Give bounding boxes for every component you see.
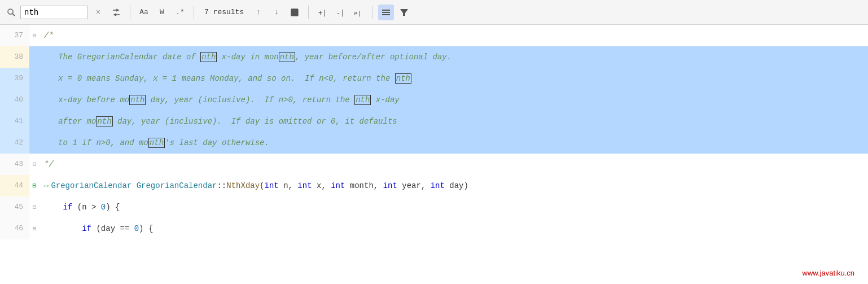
prev-match-button[interactable]: ↑ — [251, 5, 266, 20]
svg-text:⇌|: ⇌| — [354, 10, 361, 17]
line-number-41: 41 — [0, 111, 29, 132]
multi-cursor-button[interactable]: ⇌| — [350, 5, 366, 20]
fold-gutter-38 — [29, 46, 40, 68]
line-40: 40 x-day before month day, year (inclusi… — [0, 89, 868, 111]
match-nth-42: nth — [148, 138, 165, 148]
line-content-43: */ — [40, 154, 868, 175]
line-number-37: 37 — [0, 25, 29, 46]
line-37: 37 ⊟ /* — [0, 25, 868, 46]
line-number-44: 44 — [0, 175, 29, 196]
svg-rect-6 — [382, 10, 390, 11]
match-nth-38b: nth — [279, 52, 295, 62]
line-number-42: 42 — [0, 132, 29, 154]
fold-gutter-43[interactable]: ⊟ — [29, 154, 40, 175]
svg-point-0 — [8, 9, 13, 14]
svg-line-1 — [13, 14, 15, 16]
code-editor[interactable]: 37 ⊟ /* 38 The GregorianCalendar date of… — [0, 25, 868, 284]
replace-toggle-button[interactable] — [108, 5, 124, 20]
line-41: 41 after month day, year (inclusive). If… — [0, 111, 868, 132]
match-nth-40b: nth — [354, 95, 371, 105]
next-match-button[interactable]: ↓ — [269, 5, 284, 20]
line-content-45: if (n > 0) { — [40, 196, 868, 218]
match-nth-39: nth — [395, 73, 411, 84]
line-number-45: 45 — [0, 196, 29, 218]
fold-gutter-41 — [29, 111, 40, 132]
svg-marker-9 — [400, 9, 408, 16]
svg-rect-2 — [291, 9, 298, 16]
divider-1 — [130, 6, 130, 19]
svg-text:-|: -| — [336, 9, 344, 17]
line-content-46: if (day == 0) { — [40, 218, 868, 239]
watermark: www.javatiku.cn — [803, 269, 854, 277]
svg-rect-8 — [382, 14, 390, 15]
fold-gutter-40 — [29, 89, 40, 111]
search-icon — [5, 8, 18, 17]
line-content-37: /* — [40, 25, 868, 46]
line-content-42: to 1 if n>0, and month's last day otherw… — [40, 132, 868, 154]
fold-gutter-45[interactable]: ⊟ — [29, 196, 40, 218]
line-45: 45 ⊟ if (n > 0) { — [0, 196, 868, 218]
line-content-40: x-day before month day, year (inclusive)… — [40, 89, 868, 111]
search-bar: × Aa W .* 7 results ↑ ↓ +| -| ⇌| — [0, 0, 868, 25]
line-number-40: 40 — [0, 89, 29, 111]
line-number-43: 43 — [0, 154, 29, 175]
svg-text:+|: +| — [318, 9, 326, 17]
clear-search-button[interactable]: × — [90, 5, 106, 20]
add-cursor-button[interactable]: +| — [314, 5, 330, 20]
editor-wrap: 37 ⊟ /* 38 The GregorianCalendar date of… — [0, 25, 868, 284]
results-count: 7 results — [204, 8, 244, 16]
filter-button[interactable] — [396, 5, 412, 20]
line-content-39: x = 0 means Sunday, x = 1 means Monday, … — [40, 68, 868, 89]
fold-gutter-37[interactable]: ⊟ — [29, 25, 40, 46]
fold-gutter-44[interactable]: ⊟ — [29, 175, 40, 196]
toggle-search-panel-button[interactable] — [378, 5, 394, 20]
line-39: 39 x = 0 means Sunday, x = 1 means Monda… — [0, 68, 868, 89]
line-44: 44 ⊟ ↔GregorianCalendar GregorianCalenda… — [0, 175, 868, 196]
line-42: 42 to 1 if n>0, and month's last day oth… — [0, 132, 868, 154]
regex-button[interactable]: .* — [172, 5, 188, 20]
word-to: to — [58, 138, 68, 147]
svg-rect-7 — [382, 12, 390, 13]
match-nth-38a: nth — [200, 52, 217, 62]
line-content-38: The GregorianCalendar date of nth x-day … — [40, 46, 868, 68]
remove-cursor-button[interactable]: -| — [332, 5, 348, 20]
divider-4 — [372, 6, 372, 19]
line-43: 43 ⊟ */ — [0, 154, 868, 175]
whole-word-button[interactable]: W — [154, 5, 170, 20]
fold-gutter-39 — [29, 68, 40, 89]
line-number-38: 38 — [0, 46, 29, 68]
line-content-41: after month day, year (inclusive). If da… — [40, 111, 868, 132]
line-content-44: ↔GregorianCalendar GregorianCalendar::Nt… — [40, 175, 868, 196]
line-38: 38 The GregorianCalendar date of nth x-d… — [0, 46, 868, 68]
match-nth-40a: nth — [129, 95, 146, 105]
search-input[interactable] — [20, 6, 88, 19]
select-match-button[interactable] — [287, 5, 303, 20]
fold-gutter-42 — [29, 132, 40, 154]
line-number-39: 39 — [0, 68, 29, 89]
match-nth-41: nth — [96, 116, 112, 126]
divider-3 — [308, 6, 309, 19]
divider-2 — [194, 6, 194, 19]
case-sensitive-button[interactable]: Aa — [136, 5, 152, 20]
line-number-46: 46 — [0, 218, 29, 239]
line-46: 46 ⊟ if (day == 0) { — [0, 218, 868, 239]
fold-gutter-46[interactable]: ⊟ — [29, 218, 40, 239]
